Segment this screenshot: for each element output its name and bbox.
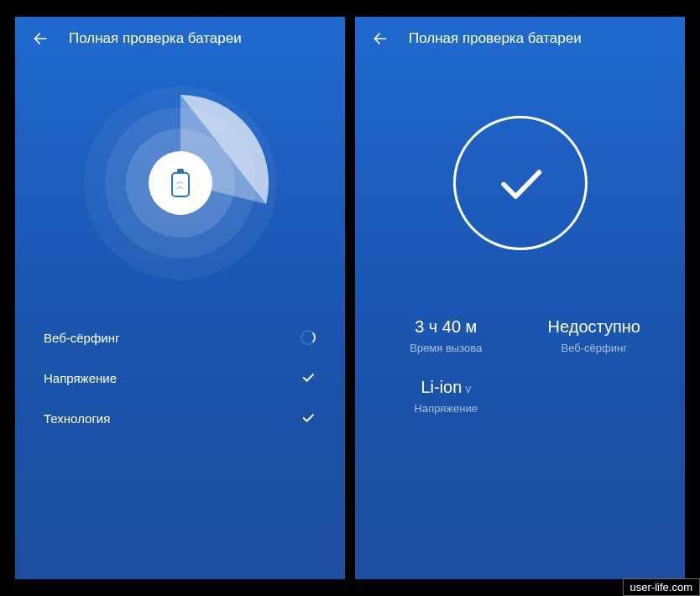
complete-indicator bbox=[355, 65, 685, 301]
list-item-label: Напряжение bbox=[44, 371, 117, 385]
list-item-label: Веб-сёрфинг bbox=[44, 331, 119, 345]
stat-value: 3 ч 40 м bbox=[375, 317, 517, 337]
stat-call-time: 3 ч 40 м Время вызова bbox=[372, 309, 520, 369]
stat-voltage: Li-ion V Напряжение bbox=[372, 369, 520, 430]
battery-icon: ︿︿ bbox=[149, 151, 212, 215]
header: Полная проверка батареи bbox=[15, 17, 345, 57]
list-item: Технология bbox=[44, 398, 316, 438]
stat-label: Веб-сёрфинг bbox=[524, 342, 666, 354]
screen-complete: Полная проверка батареи 3 ч 40 м Время в… bbox=[355, 17, 685, 579]
list-item: Напряжение bbox=[44, 358, 316, 398]
stat-web-surfing: Недоступно Веб-сёрфинг bbox=[520, 309, 669, 369]
watermark: user-life.com bbox=[623, 578, 700, 596]
stat-value: Li-ion V bbox=[375, 378, 517, 397]
back-icon[interactable] bbox=[372, 30, 389, 47]
checkmark-icon bbox=[453, 116, 588, 250]
back-icon[interactable] bbox=[32, 30, 49, 47]
screen-scanning: Полная проверка батареи ︿︿ bbox=[15, 17, 345, 579]
scan-list: Веб-сёрфинг Напряжение Технология bbox=[15, 301, 345, 438]
list-item: Веб-сёрфинг bbox=[44, 317, 316, 358]
scan-animation: ︿︿ bbox=[15, 65, 345, 301]
loading-icon bbox=[300, 329, 316, 346]
stat-label: Напряжение bbox=[375, 402, 517, 415]
list-item-label: Технология bbox=[44, 411, 110, 426]
page-title: Полная проверка батареи bbox=[409, 30, 582, 47]
header: Полная проверка батареи bbox=[355, 17, 685, 57]
check-icon bbox=[300, 369, 316, 386]
page-title: Полная проверка батареи bbox=[69, 30, 242, 47]
stat-value: Недоступно bbox=[524, 317, 666, 337]
stats-grid: 3 ч 40 м Время вызова Недоступно Веб-сёр… bbox=[355, 301, 685, 430]
stat-label: Время вызова bbox=[375, 342, 517, 354]
check-icon bbox=[300, 410, 316, 426]
